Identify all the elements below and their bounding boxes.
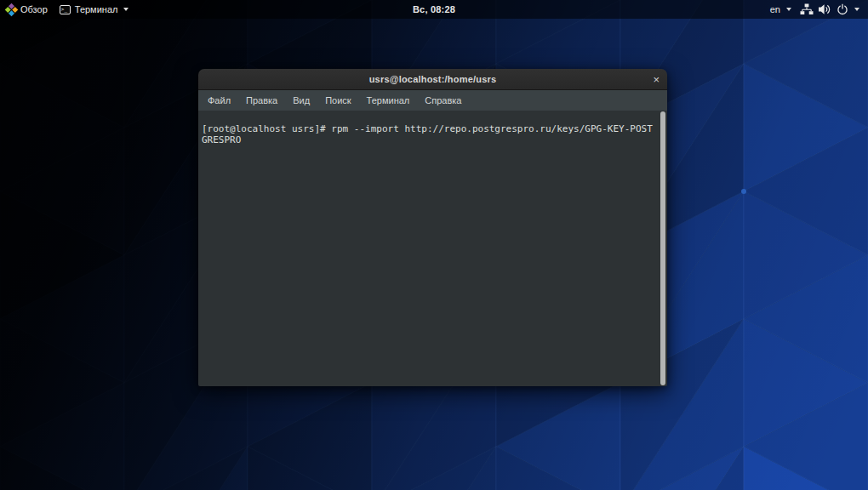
app-menu-label: Терминал (75, 4, 118, 14)
keyboard-layout-label: en (770, 4, 780, 14)
activities-button[interactable]: Обзор (7, 4, 48, 14)
clock[interactable]: Вс, 08:28 (413, 4, 455, 14)
terminal-output: [root@localhost usrs]# rpm --import http… (198, 111, 667, 145)
activities-label: Обзор (20, 4, 48, 14)
menu-edit[interactable]: Правка (238, 92, 285, 109)
close-button[interactable]: × (653, 69, 660, 89)
terminal-window: usrs@localhost:/home/usrs × Файл Правка … (198, 69, 667, 386)
menu-terminal[interactable]: Терминал (359, 92, 418, 109)
menu-file[interactable]: Файл (200, 92, 238, 109)
volume-icon (818, 3, 832, 15)
chevron-down-icon (786, 8, 791, 11)
terminal-line: GRESPRO (202, 134, 657, 145)
centos-logo-icon (5, 3, 19, 16)
terminal-app-icon: >_ (60, 5, 71, 14)
terminal-line: [root@localhost usrs]# rpm --import http… (202, 123, 657, 134)
system-status-area[interactable] (800, 3, 859, 15)
scrollbar-thumb[interactable] (660, 111, 665, 385)
menu-search[interactable]: Поиск (317, 92, 358, 109)
window-title: usrs@localhost:/home/usrs (369, 74, 497, 84)
menu-view[interactable]: Вид (285, 92, 317, 109)
terminal-menubar: Файл Правка Вид Поиск Терминал Справка (198, 90, 667, 111)
keyboard-layout-indicator[interactable]: en (770, 4, 791, 14)
network-icon (800, 3, 814, 15)
terminal-content[interactable]: [root@localhost usrs]# rpm --import http… (198, 111, 667, 386)
desktop: Обзор >_ Терминал Вс, 08:28 en (0, 0, 868, 490)
top-bar: Обзор >_ Терминал Вс, 08:28 en (0, 0, 868, 19)
menu-help[interactable]: Справка (417, 92, 469, 109)
terminal-titlebar[interactable]: usrs@localhost:/home/usrs × (198, 69, 667, 90)
app-menu-terminal[interactable]: >_ Терминал (60, 4, 129, 14)
chevron-down-icon (854, 8, 859, 11)
power-icon (837, 3, 848, 15)
chevron-down-icon (123, 8, 128, 11)
